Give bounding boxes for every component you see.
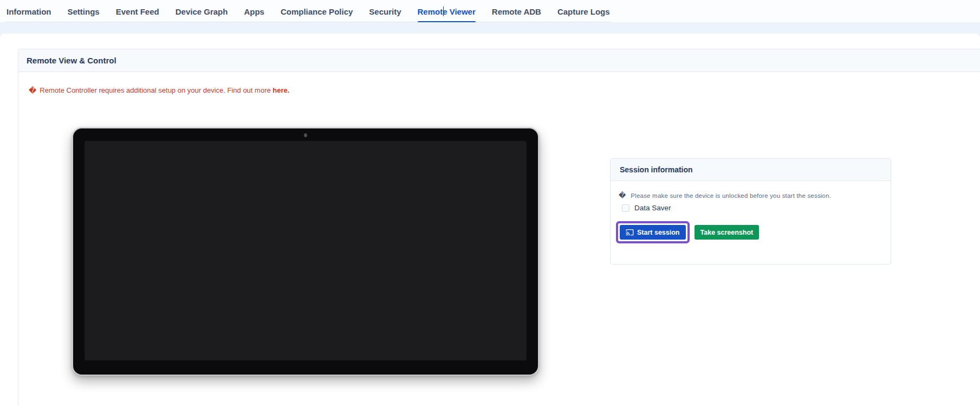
find-out-more-link[interactable]: here bbox=[272, 86, 287, 94]
text-cursor bbox=[443, 7, 444, 16]
card-title: Remote View & Control bbox=[27, 56, 116, 65]
device-tabs: Information Settings Event Feed Device G… bbox=[5, 0, 611, 22]
remote-view-control-card: Remote View & Control � Remote Controlle… bbox=[18, 49, 980, 406]
tab-remote-viewer[interactable]: Remote Viewer bbox=[418, 1, 476, 22]
tab-remote-adb[interactable]: Remote ADB bbox=[492, 1, 541, 22]
remote-device-screen bbox=[85, 141, 527, 360]
warning-text: Remote Controller requires additional se… bbox=[40, 86, 289, 94]
data-saver-checkbox[interactable] bbox=[622, 204, 629, 212]
session-information-card: Session information � Please make sure t… bbox=[610, 158, 891, 265]
data-saver-row: Data Saver bbox=[622, 204, 671, 212]
tab-capture-logs[interactable]: Capture Logs bbox=[557, 1, 610, 22]
unlock-note-text: Please make sure the device is unlocked … bbox=[631, 192, 831, 199]
session-buttons: Start session Take screenshot bbox=[616, 221, 759, 243]
tab-event-feed[interactable]: Event Feed bbox=[116, 1, 159, 22]
card-header: Remote View & Control bbox=[18, 49, 980, 72]
warning-diamond-icon: � bbox=[29, 87, 36, 94]
take-screenshot-button[interactable]: Take screenshot bbox=[695, 225, 760, 240]
tab-device-graph[interactable]: Device Graph bbox=[176, 1, 228, 22]
tab-settings[interactable]: Settings bbox=[68, 1, 100, 22]
session-title: Session information bbox=[620, 165, 693, 174]
start-session-button[interactable]: Start session bbox=[620, 225, 686, 240]
cast-icon bbox=[626, 228, 634, 236]
tab-information[interactable]: Information bbox=[7, 1, 51, 22]
unlock-note: � Please make sure the device is unlocke… bbox=[619, 192, 831, 199]
camera-dot-icon bbox=[304, 133, 307, 137]
session-body: � Please make sure the device is unlocke… bbox=[611, 181, 891, 263]
tab-apps[interactable]: Apps bbox=[244, 1, 264, 22]
tab-compliance-policy[interactable]: Compliance Policy bbox=[281, 1, 353, 22]
tab-security[interactable]: Security bbox=[369, 1, 401, 22]
data-saver-label: Data Saver bbox=[634, 204, 671, 212]
card-body: � Remote Controller requires additional … bbox=[18, 72, 980, 406]
info-diamond-icon: � bbox=[619, 192, 626, 199]
content-panel: Remote View & Control � Remote Controlle… bbox=[0, 34, 980, 406]
focus-ring: Start session bbox=[616, 221, 690, 243]
device-frame bbox=[72, 127, 539, 376]
session-header: Session information bbox=[611, 159, 891, 181]
remote-viewer-page: Information Settings Event Feed Device G… bbox=[0, 0, 980, 406]
setup-warning: � Remote Controller requires additional … bbox=[29, 86, 289, 94]
